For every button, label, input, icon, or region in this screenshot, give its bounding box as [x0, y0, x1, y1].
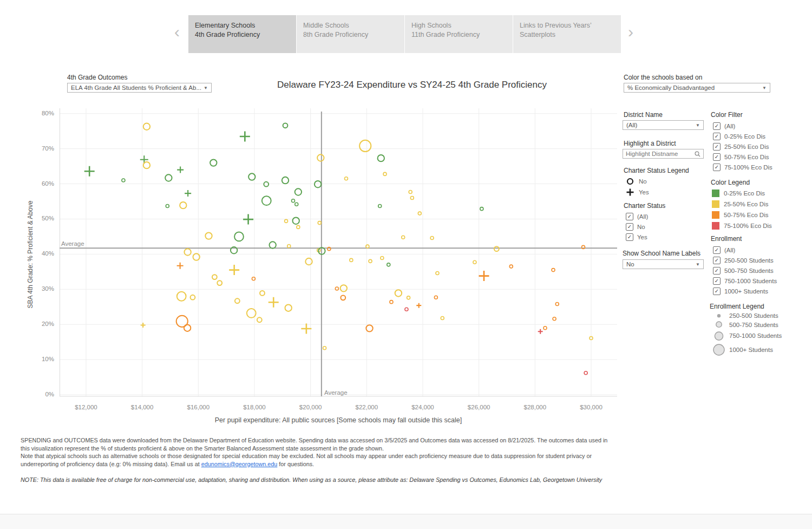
school-mark[interactable]: [552, 269, 555, 272]
school-mark[interactable]: [494, 246, 499, 251]
school-mark[interactable]: [285, 304, 292, 311]
school-mark[interactable]: [143, 123, 150, 130]
school-mark[interactable]: [180, 202, 186, 208]
school-mark[interactable]: [555, 303, 559, 306]
school-mark[interactable]: [340, 295, 345, 300]
school-mark[interactable]: [212, 275, 217, 279]
school-mark[interactable]: [407, 296, 410, 299]
checkbox-250-500-students[interactable]: ✓250-500 Students: [713, 255, 777, 265]
school-mark[interactable]: [402, 236, 405, 239]
checkbox--all-[interactable]: ✓(All): [713, 245, 777, 255]
checkbox-yes[interactable]: ✓Yes: [626, 232, 648, 242]
outcome-filter-dropdown[interactable]: ELA 4th Grade All Students % Proficient …: [67, 83, 212, 93]
school-mark[interactable]: [378, 155, 384, 161]
school-mark[interactable]: [395, 290, 402, 296]
school-mark[interactable]: [205, 232, 212, 239]
school-mark[interactable]: [295, 188, 302, 195]
school-mark[interactable]: [287, 244, 291, 247]
school-mark[interactable]: [543, 326, 547, 330]
school-mark[interactable]: [252, 277, 255, 280]
checkbox-50-75-eco-dis[interactable]: ✓50-75% Eco Dis: [713, 152, 772, 162]
checkbox-500-750-students[interactable]: ✓500-750 Students: [713, 265, 777, 276]
school-mark[interactable]: [390, 301, 393, 304]
school-mark[interactable]: [235, 298, 240, 303]
checkbox-0-25-eco-dis[interactable]: ✓0-25% Eco Dis: [713, 131, 772, 141]
school-mark[interactable]: [335, 287, 338, 290]
checkbox-no[interactable]: ✓No: [626, 221, 648, 232]
tab-high-schools[interactable]: High Schools11th Grade Proficiency: [405, 15, 513, 53]
school-mark[interactable]: [122, 179, 125, 182]
school-mark[interactable]: [293, 218, 299, 224]
school-mark[interactable]: [383, 172, 387, 175]
checkbox-25-50-eco-dis[interactable]: ✓25-50% Eco Dis: [713, 141, 772, 152]
scatter-plot[interactable]: [60, 108, 617, 402]
school-mark[interactable]: [553, 317, 556, 321]
school-mark[interactable]: [441, 317, 444, 320]
school-mark[interactable]: [217, 280, 222, 285]
school-mark[interactable]: [340, 285, 347, 291]
school-mark[interactable]: [317, 154, 324, 161]
school-mark[interactable]: [257, 317, 262, 322]
school-mark[interactable]: [260, 291, 265, 296]
school-mark[interactable]: [295, 203, 298, 206]
school-mark[interactable]: [434, 296, 437, 299]
school-mark[interactable]: [405, 308, 408, 311]
school-mark[interactable]: [177, 263, 184, 269]
school-mark[interactable]: [430, 237, 434, 240]
checkbox-1000+-students[interactable]: ✓1000+ Students: [713, 286, 777, 296]
school-mark[interactable]: [143, 162, 150, 168]
school-mark[interactable]: [509, 265, 513, 268]
school-mark[interactable]: [282, 177, 289, 184]
school-mark[interactable]: [283, 123, 288, 128]
school-mark[interactable]: [381, 257, 384, 260]
district-dropdown[interactable]: (All) ▼: [623, 120, 704, 130]
school-mark[interactable]: [166, 204, 169, 207]
school-mark[interactable]: [269, 241, 276, 248]
school-mark[interactable]: [416, 303, 421, 308]
school-mark[interactable]: [584, 371, 587, 375]
school-mark[interactable]: [269, 297, 279, 308]
school-mark[interactable]: [193, 253, 199, 260]
school-mark[interactable]: [185, 190, 191, 197]
school-mark[interactable]: [473, 260, 476, 264]
school-mark[interactable]: [165, 174, 172, 181]
school-mark[interactable]: [141, 323, 146, 328]
school-mark[interactable]: [378, 204, 382, 207]
school-mark[interactable]: [436, 271, 439, 275]
school-mark[interactable]: [323, 347, 326, 350]
school-mark[interactable]: [292, 199, 295, 203]
school-mark[interactable]: [538, 329, 543, 334]
school-mark[interactable]: [315, 181, 321, 187]
tabs-scroll-right-icon[interactable]: ›: [628, 24, 633, 40]
school-mark[interactable]: [177, 292, 186, 301]
tab-links-to-previous-years-[interactable]: Links to Previous Years’Scatterplots: [513, 15, 621, 53]
school-mark[interactable]: [366, 245, 369, 248]
school-mark[interactable]: [243, 214, 253, 225]
school-mark[interactable]: [264, 182, 269, 187]
school-mark[interactable]: [409, 190, 412, 193]
tabs-scroll-left-icon[interactable]: ‹: [174, 24, 180, 40]
school-mark[interactable]: [480, 207, 483, 211]
school-mark[interactable]: [479, 271, 489, 281]
school-mark[interactable]: [344, 177, 348, 180]
school-mark[interactable]: [285, 219, 288, 223]
color-by-dropdown[interactable]: % Economically Disadvantaged ▼: [624, 83, 770, 93]
school-mark[interactable]: [177, 167, 184, 173]
school-mark[interactable]: [191, 295, 195, 300]
school-mark[interactable]: [234, 232, 244, 241]
school-mark[interactable]: [318, 221, 321, 225]
school-mark[interactable]: [184, 324, 191, 331]
school-mark[interactable]: [262, 196, 271, 205]
school-mark[interactable]: [418, 212, 421, 215]
school-mark[interactable]: [350, 258, 353, 262]
school-mark[interactable]: [359, 140, 371, 152]
school-mark[interactable]: [305, 258, 312, 265]
school-mark[interactable]: [240, 131, 250, 141]
school-mark[interactable]: [387, 263, 390, 266]
highlight-search-input[interactable]: Highlight Distname: [623, 149, 704, 159]
school-mark[interactable]: [410, 197, 414, 200]
school-mark[interactable]: [210, 159, 217, 166]
school-mark[interactable]: [297, 225, 300, 228]
checkbox-750-1000-students[interactable]: ✓750-1000 Students: [713, 276, 777, 286]
school-mark[interactable]: [301, 323, 311, 334]
